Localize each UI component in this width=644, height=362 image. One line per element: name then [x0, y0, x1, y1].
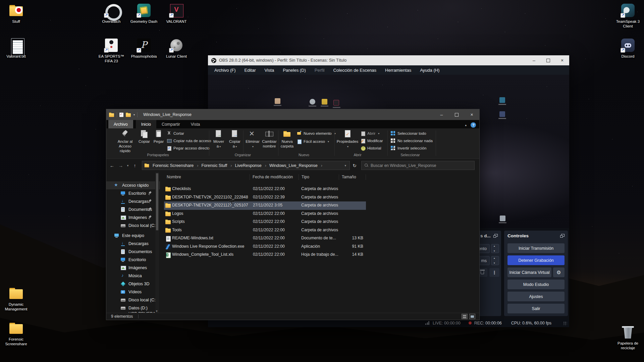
desktop-icon[interactable]: Dynamic Management	[1, 286, 32, 320]
refresh-icon[interactable]: ↻	[350, 163, 359, 168]
file-row[interactable]: Checklists 02/11/2022 22:00 Carpeta de a…	[164, 185, 366, 193]
explorer-maximize-button[interactable]	[449, 109, 464, 120]
breadcrumb-segment[interactable]: Forensic Screenshare	[150, 163, 198, 168]
obs-titlebar[interactable]: OBS 28.0.2 (64-bit, windows) - Perfil: S…	[208, 55, 569, 65]
properties-button[interactable]: Propiedades▾	[336, 130, 359, 149]
open-button[interactable]: Abrir▾	[361, 130, 379, 136]
desktop-icon[interactable]: Geometry Dash	[128, 3, 159, 38]
address-bar[interactable]: Forensic Screenshare Forensic Stuff Live…	[142, 161, 350, 170]
obs-menu-item[interactable]: Perfil	[310, 68, 329, 73]
column-header[interactable]: Tamaño	[339, 174, 366, 180]
desktop-icon[interactable]: TeamSpeak 3 Client	[612, 3, 643, 38]
file-row[interactable]: DESKTOP-TNETV2K_20221127_025107 27/11/20…	[164, 201, 366, 210]
file-row[interactable]: Tools 02/11/2022 22:00 Carpeta de archiv…	[164, 226, 366, 235]
obs-control-button[interactable]: Modo Estudio	[507, 280, 565, 289]
desktop-icon[interactable]: Phasmophobia	[128, 38, 159, 72]
ribbon-tab[interactable]: Archivo	[108, 120, 133, 128]
column-header[interactable]: Fecha de modificación	[250, 174, 299, 180]
obs-control-button[interactable]: Detener Grabación	[507, 255, 565, 265]
transition-properties-button[interactable]	[489, 268, 499, 277]
sidebar-item[interactable]: Acceso rápido	[106, 181, 160, 189]
obs-close-button[interactable]: ×	[555, 55, 569, 65]
breadcrumb-segment[interactable]: LiveResponse	[232, 163, 266, 168]
new-item-button[interactable]: Nuevo elemento▾	[297, 130, 336, 136]
edit-button[interactable]: Modificar	[361, 138, 383, 144]
obs-control-button[interactable]: Iniciar Cámara Virtual	[507, 267, 551, 277]
sidebar-item[interactable]: Este equipo	[106, 232, 160, 240]
popout-icon[interactable]	[560, 234, 565, 238]
obs-maximize-button[interactable]	[541, 55, 555, 65]
obs-control-button[interactable]: Iniciar Transmisión	[507, 243, 565, 253]
file-row[interactable]: Windows_Complete_Tool_List.xls 02/11/202…	[164, 251, 366, 259]
obs-menu-item[interactable]: Herramientas	[381, 68, 416, 73]
desktop-icon[interactable]: Overwatch	[96, 3, 127, 38]
history-button[interactable]: Historial	[361, 145, 381, 151]
up-button[interactable]: ↑	[130, 163, 139, 168]
ribbon-tab[interactable]: Vista	[185, 120, 206, 128]
sidebar-item[interactable]: Escritorio	[106, 189, 160, 197]
sidebar-item[interactable]: Disco local (C:)	[106, 222, 160, 230]
file-row[interactable]: DESKTOP-TNETV2K_20221102_222848 02/11/20…	[164, 193, 366, 202]
rename-button[interactable]: Cambiarnombre	[261, 130, 277, 149]
copy-to-button[interactable]: Copiara▾	[227, 130, 243, 149]
collapse-ribbon-chevron-icon[interactable]: ▴	[465, 123, 467, 127]
sidebar-item[interactable]: Escritorio	[106, 256, 160, 264]
details-view-button[interactable]	[462, 314, 468, 319]
sidebar-item[interactable]: Imágenes	[106, 214, 160, 222]
forward-button[interactable]: →	[116, 163, 125, 168]
file-row[interactable]: Scripts 02/11/2022 22:00 Carpeta de arch…	[164, 218, 366, 226]
obs-menu-item[interactable]: Paneles (D)	[278, 68, 310, 73]
file-row[interactable]: Logos 02/11/2022 22:00 Carpeta de archiv…	[164, 210, 366, 218]
sidebar-item[interactable]: Objetos 3D	[106, 280, 160, 288]
copy-button[interactable]: Copiar	[137, 130, 151, 144]
obs-menu-item[interactable]: Editar	[240, 68, 260, 73]
cut-button[interactable]: Cortar	[167, 130, 184, 136]
search-box[interactable]	[361, 161, 475, 170]
virtual-camera-settings-gear-icon[interactable]	[553, 267, 565, 277]
qat-customize-chevron-icon[interactable]: ▾	[133, 113, 135, 116]
obs-menu-item[interactable]: Archivo (F)	[210, 68, 240, 73]
obs-menu-item[interactable]: Vista	[260, 68, 279, 73]
column-header[interactable]: Tipo	[299, 174, 339, 180]
sidebar-item[interactable]: Imágenes	[106, 264, 160, 272]
column-header[interactable]: Nombre	[164, 174, 250, 180]
popout-icon[interactable]	[493, 234, 498, 238]
desktop-icon[interactable]: Forensic Screenshare	[1, 320, 32, 355]
sidebar-item[interactable]: Vídeos	[106, 288, 160, 296]
move-to-button[interactable]: Movera▾	[211, 130, 226, 149]
qat-new-folder-icon[interactable]	[126, 113, 131, 117]
sidebar-item[interactable]: Documentos	[106, 205, 160, 214]
pin-to-quick-access-button[interactable]: Anclar alAcceso rápido	[113, 130, 137, 153]
breadcrumb-segment[interactable]: Windows_Live_Response	[266, 163, 322, 168]
paste-button[interactable]: Pegar	[152, 130, 165, 144]
paste-shortcut-button[interactable]: Pegar acceso directo	[167, 145, 210, 151]
obs-control-button[interactable]: Salir	[507, 304, 565, 313]
breadcrumb-segment[interactable]: Forensic Stuff	[198, 163, 232, 168]
explorer-close-button[interactable]: ×	[464, 109, 479, 120]
explorer-titlebar[interactable]: ▾ Windows_Live_Response – ×	[106, 109, 479, 120]
qat-properties-icon[interactable]	[119, 113, 123, 117]
explorer-minimize-button[interactable]: –	[434, 109, 449, 120]
delete-button[interactable]: Eliminar▾	[245, 130, 261, 149]
sidebar-item[interactable]: Documentos	[106, 248, 160, 256]
file-row[interactable]: Windows Live Response Collection.exe 02/…	[164, 243, 366, 251]
copy-path-button[interactable]: Copiar ruta de acceso	[167, 138, 211, 144]
back-button[interactable]: ←	[108, 163, 116, 168]
obs-menu-item[interactable]: Colección de Escenas	[329, 68, 381, 73]
invert-selection-button[interactable]: Invertir selección	[391, 145, 426, 151]
resize-grip[interactable]	[563, 321, 567, 325]
obs-control-button[interactable]: Ajustes	[507, 292, 565, 301]
desktop-icon[interactable]: EA SPORTS™ FIFA 23	[96, 38, 127, 72]
desktop-icon[interactable]: Lunar Client	[161, 38, 192, 72]
ribbon-tab[interactable]: Compartir	[156, 120, 185, 128]
desktop-icon[interactable]: VALORANT	[161, 3, 192, 38]
ribbon-tab[interactable]: Inicio	[136, 120, 156, 128]
search-input[interactable]	[371, 163, 471, 168]
duration-stepper[interactable]	[491, 256, 499, 265]
obs-menu-item[interactable]: Ayuda (H)	[416, 68, 444, 73]
file-row[interactable]: README-Windows.txt 02/11/2022 22:00 Docu…	[164, 234, 366, 243]
help-icon[interactable]: ?	[471, 122, 476, 128]
sidebar-item[interactable]: Descargas	[106, 197, 160, 205]
new-folder-button[interactable]: Nuevacarpeta	[279, 130, 295, 149]
sidebar-item[interactable]: Datos (D:)	[106, 304, 160, 312]
